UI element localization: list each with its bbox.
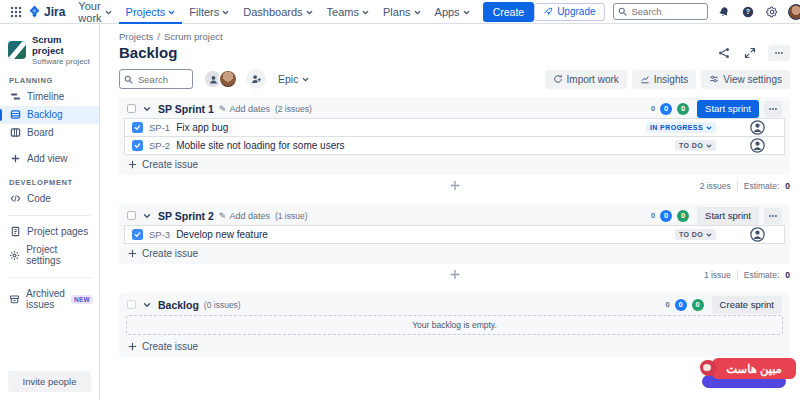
assignee-avatar-icon[interactable] bbox=[750, 138, 765, 153]
issue-summary: Mobile site not loading for some users bbox=[176, 140, 344, 151]
chevron-down-icon bbox=[706, 125, 712, 131]
search-icon bbox=[618, 7, 627, 16]
insights-button[interactable]: Insights bbox=[632, 70, 696, 89]
breadcrumb-projects-link[interactable]: Projects bbox=[119, 31, 153, 42]
plus-icon bbox=[128, 249, 137, 258]
sidebar-item-backlog[interactable]: Backlog bbox=[0, 106, 99, 124]
notifications-bell-icon[interactable] bbox=[716, 4, 732, 20]
plus-icon bbox=[128, 342, 137, 351]
task-type-icon bbox=[132, 122, 143, 133]
nav-item-dashboards[interactable]: Dashboards bbox=[236, 0, 319, 24]
sprint-checkbox[interactable] bbox=[127, 211, 136, 220]
user-avatar[interactable] bbox=[788, 4, 800, 20]
create-sprint-button[interactable]: Create sprint bbox=[712, 296, 782, 314]
chevron-down-icon[interactable] bbox=[141, 210, 153, 222]
issue-row[interactable]: SP-1 Fix app bug IN PROGRESS bbox=[124, 118, 785, 137]
sidebar-item-project-settings[interactable]: Project settings bbox=[0, 241, 99, 270]
start-sprint-button[interactable]: Start sprint bbox=[697, 207, 759, 225]
create-issue-button[interactable]: Create issue bbox=[124, 155, 785, 173]
assignee-avatar-icon[interactable] bbox=[750, 120, 765, 135]
new-badge: NEW bbox=[71, 295, 93, 304]
chevron-down-icon bbox=[222, 6, 229, 18]
invite-people-button[interactable]: Invite people bbox=[8, 371, 91, 392]
sidebar-item-project-pages[interactable]: Project pages bbox=[0, 223, 99, 241]
drag-handle-icon[interactable] bbox=[449, 180, 460, 191]
breadcrumb-separator: / bbox=[157, 31, 160, 42]
nav-item-filters[interactable]: Filters bbox=[182, 0, 236, 24]
sprint-more-icon[interactable] bbox=[764, 101, 782, 117]
epic-filter-dropdown[interactable]: Epic bbox=[278, 73, 309, 85]
add-dates-button[interactable]: ✎ Add dates bbox=[219, 104, 270, 114]
issue-row[interactable]: SP-2 Mobile site not loading for some us… bbox=[124, 136, 785, 155]
upgrade-button[interactable]: Upgrade bbox=[534, 3, 604, 21]
backlog-checkbox[interactable] bbox=[127, 300, 136, 309]
top-navigation: Jira Your work Projects Filters Dashboar… bbox=[0, 0, 800, 24]
drag-handle-icon[interactable] bbox=[449, 269, 460, 280]
chevron-down-icon bbox=[463, 6, 470, 18]
start-sprint-button[interactable]: Start sprint bbox=[697, 100, 759, 118]
jira-logo[interactable]: Jira bbox=[24, 5, 71, 19]
inprogress-count-badge: 0 bbox=[660, 210, 672, 222]
planning-section-label: PLANNING bbox=[0, 76, 99, 85]
sprint-more-icon[interactable] bbox=[764, 208, 782, 224]
sidebar-item-timeline[interactable]: Timeline bbox=[0, 88, 99, 106]
member-avatar-photo[interactable] bbox=[218, 69, 238, 89]
sprint-name[interactable]: SP Sprint 1 bbox=[158, 103, 214, 115]
issue-key: SP-1 bbox=[149, 122, 170, 133]
view-settings-button[interactable]: View settings bbox=[701, 70, 790, 89]
empty-backlog-message: Your backlog is empty. bbox=[412, 320, 497, 330]
chevron-down-icon[interactable] bbox=[141, 299, 153, 311]
archive-box-icon bbox=[9, 294, 20, 305]
done-count-badge: 0 bbox=[692, 299, 704, 311]
add-people-button[interactable] bbox=[246, 69, 266, 89]
sidebar-item-code[interactable]: Code bbox=[0, 190, 99, 208]
create-button[interactable]: Create bbox=[483, 2, 535, 22]
nav-item-your-work[interactable]: Your work bbox=[71, 0, 118, 24]
status-dropdown[interactable]: IN PROGRESS bbox=[646, 122, 716, 133]
share-icon[interactable] bbox=[716, 45, 732, 61]
task-type-icon bbox=[132, 229, 143, 240]
assignee-avatar-icon[interactable] bbox=[750, 227, 765, 242]
backlog-section-name[interactable]: Backlog bbox=[158, 299, 199, 311]
backlog-main: Projects / Scrum project Backlog bbox=[100, 24, 800, 400]
chevron-down-icon[interactable] bbox=[141, 103, 153, 115]
chevron-down-icon bbox=[706, 143, 712, 149]
project-header[interactable]: Scrum project Software project bbox=[0, 34, 99, 66]
task-type-icon bbox=[132, 140, 143, 151]
more-actions-icon[interactable] bbox=[768, 45, 790, 61]
create-issue-button[interactable]: Create issue bbox=[124, 337, 785, 355]
global-search-input[interactable] bbox=[613, 3, 708, 20]
add-view-button[interactable]: Add view bbox=[0, 150, 99, 168]
sidebar-item-board[interactable]: Board bbox=[0, 124, 99, 142]
chevron-down-icon bbox=[302, 76, 309, 83]
code-icon bbox=[9, 193, 21, 204]
member-avatars bbox=[203, 69, 238, 89]
backlog-toolbar: Epic Import work Insights View settings bbox=[119, 69, 790, 89]
status-dropdown[interactable]: TO DO bbox=[675, 140, 716, 151]
settings-gear-icon[interactable] bbox=[764, 4, 780, 20]
sprint-issue-count: (2 issues) bbox=[275, 104, 312, 114]
sprint-card: SP Sprint 2 ✎ Add dates (1 issue) 0 0 0 … bbox=[119, 204, 790, 264]
create-issue-button[interactable]: Create issue bbox=[124, 244, 785, 262]
backlog-icon bbox=[9, 109, 21, 120]
status-dropdown[interactable]: TO DO bbox=[675, 229, 716, 240]
watermark-mascot-icon bbox=[700, 360, 716, 376]
help-icon[interactable]: ? bbox=[740, 4, 756, 20]
nav-item-apps[interactable]: Apps bbox=[428, 0, 477, 24]
breadcrumb-project-link[interactable]: Scrum project bbox=[164, 31, 223, 42]
timeline-icon bbox=[9, 91, 21, 102]
issue-row[interactable]: SP-3 Develop new feature TO DO bbox=[124, 225, 785, 244]
nav-item-projects[interactable]: Projects bbox=[119, 0, 183, 24]
sprint-name[interactable]: SP Sprint 2 bbox=[158, 210, 214, 222]
nav-item-plans[interactable]: Plans bbox=[376, 0, 428, 24]
project-avatar-icon bbox=[8, 41, 26, 59]
sidebar-item-archived-issues[interactable]: Archived issues NEW bbox=[0, 285, 99, 314]
nav-item-teams[interactable]: Teams bbox=[320, 0, 376, 24]
search-icon bbox=[124, 75, 133, 84]
sprint-checkbox[interactable] bbox=[127, 104, 136, 113]
sprint-footer-counts: 1 issue Estimate: 0 bbox=[704, 270, 790, 280]
import-work-button[interactable]: Import work bbox=[545, 70, 627, 89]
fullscreen-expand-icon[interactable] bbox=[742, 45, 758, 61]
add-dates-button[interactable]: ✎ Add dates bbox=[219, 211, 270, 221]
app-switcher-icon[interactable] bbox=[8, 4, 24, 20]
